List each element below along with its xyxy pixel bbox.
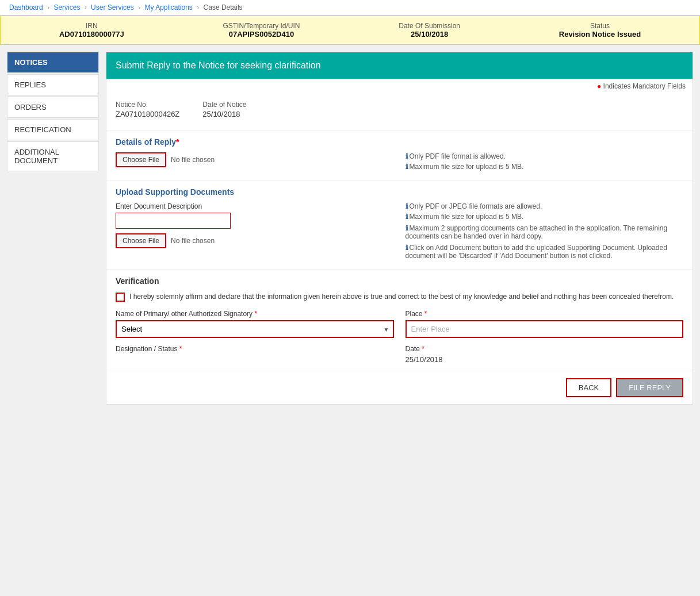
info-icon-6: ℹ bbox=[406, 244, 408, 252]
info-icon-2: ℹ bbox=[406, 163, 408, 171]
header-bar: IRN AD071018000077J GSTIN/Temporary Id/U… bbox=[0, 16, 700, 45]
details-of-reply-section: Details of Reply* Choose File No file ch… bbox=[106, 130, 693, 180]
upload-supporting-docs-section: Upload Supporting Documents Enter Docume… bbox=[106, 180, 693, 270]
content-panel: Submit Reply to the Notice for seeking c… bbox=[106, 52, 693, 405]
mandatory-note: ● Indicates Mandatory Fields bbox=[106, 79, 693, 94]
sidebar-item-additional-document[interactable]: ADDITIONAL DOCUMENT bbox=[7, 141, 99, 171]
sidebar: NOTICES REPLIES ORDERS RECTIFICATION ADD… bbox=[7, 52, 99, 405]
verification-section: Verification I hereby solemnly affirm an… bbox=[106, 270, 693, 371]
submission-date-field: Date Of Submission 25/10/2018 bbox=[399, 22, 460, 39]
info-icon-1: ℹ bbox=[406, 152, 408, 160]
no-file-text-2: No file chosen bbox=[171, 237, 215, 245]
breadcrumb: Dashboard › Services › User Services › M… bbox=[0, 0, 700, 16]
breadcrumb-dashboard[interactable]: Dashboard bbox=[9, 3, 43, 11]
breadcrumb-services[interactable]: Services bbox=[53, 3, 80, 11]
content-header: Submit Reply to the Notice for seeking c… bbox=[106, 52, 693, 79]
notice-info-section: Notice No. ZA071018000426Z Date of Notic… bbox=[106, 94, 693, 130]
breadcrumb-user-services[interactable]: User Services bbox=[91, 3, 134, 11]
info-icon-4: ℹ bbox=[406, 213, 408, 221]
choose-file-button-2[interactable]: Choose File bbox=[116, 233, 166, 248]
choose-file-button-1[interactable]: Choose File bbox=[116, 152, 166, 167]
document-description-input[interactable] bbox=[116, 213, 231, 229]
no-file-text-1: No file chosen bbox=[171, 156, 215, 164]
sidebar-item-rectification[interactable]: RECTIFICATION bbox=[7, 119, 99, 140]
sidebar-item-replies[interactable]: REPLIES bbox=[7, 74, 99, 95]
gstin-field: GSTIN/Temporary Id/UIN 07APIPS0052D410 bbox=[223, 22, 300, 39]
status-field: Status Revision Notice Issued bbox=[559, 22, 641, 39]
back-button[interactable]: BACK bbox=[566, 378, 611, 397]
sidebar-item-notices[interactable]: NOTICES bbox=[7, 52, 99, 73]
breadcrumb-case-details: Case Details bbox=[204, 3, 243, 11]
main-layout: NOTICES REPLIES ORDERS RECTIFICATION ADD… bbox=[0, 45, 700, 412]
signatory-select[interactable]: Select bbox=[116, 320, 394, 338]
verify-checkbox[interactable] bbox=[116, 293, 125, 302]
sidebar-item-orders[interactable]: ORDERS bbox=[7, 97, 99, 118]
info-icon-5: ℹ bbox=[406, 224, 408, 232]
breadcrumb-my-applications[interactable]: My Applications bbox=[144, 3, 192, 11]
place-input[interactable] bbox=[406, 320, 684, 338]
file-reply-button[interactable]: FILE REPLY bbox=[616, 378, 683, 397]
info-icon-3: ℹ bbox=[406, 202, 408, 210]
irn-field: IRN AD071018000077J bbox=[59, 22, 124, 39]
footer-buttons: BACK FILE REPLY bbox=[106, 371, 693, 404]
